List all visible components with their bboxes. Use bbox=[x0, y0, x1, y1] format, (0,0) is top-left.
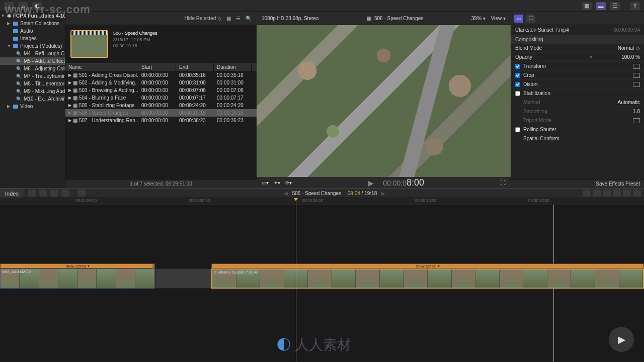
blend-mode-row[interactable]: Blend Mode Normal◇ bbox=[511, 44, 644, 53]
append-clip-button[interactable] bbox=[50, 190, 58, 197]
fullscreen-button[interactable]: ⛶ bbox=[501, 180, 506, 186]
skimming-button[interactable] bbox=[583, 190, 591, 197]
transitions-browser-button[interactable] bbox=[633, 190, 641, 197]
sidebar-item[interactable]: 🔍M4 - Refi...ough Cut bbox=[0, 50, 65, 57]
sidebar-item[interactable]: 🔍M7 - Tra...eyframing bbox=[0, 72, 65, 80]
clip-row[interactable]: ▶ ▦ 505 - Stabilizing Footage00:00:00:00… bbox=[65, 102, 257, 109]
gap-clip[interactable] bbox=[155, 268, 211, 289]
distort-check[interactable] bbox=[515, 82, 520, 87]
audio-skimming-button[interactable] bbox=[593, 190, 601, 197]
clip-row[interactable]: ▶ ▦ 501 - Adding Cross Dissol...00:00:00… bbox=[65, 71, 257, 79]
share-button[interactable]: ⇪ bbox=[630, 2, 640, 10]
connect-clip-button[interactable] bbox=[28, 190, 36, 197]
col-duration[interactable]: Duration bbox=[214, 63, 252, 71]
viewer-timecode: ▶ 00:00:08:00 bbox=[297, 177, 496, 188]
sidebar-item[interactable]: 🔍M10 - Ex...Archiving bbox=[0, 95, 65, 103]
save-effects-preset-button[interactable]: Save Effects Preset bbox=[511, 179, 644, 188]
clip-row[interactable]: ▶ ▦ 506 - Speed Changes00:00:00:0000:00:… bbox=[65, 109, 257, 117]
sidebar-item[interactable]: 🔍M5 - Add...d Effects bbox=[0, 57, 65, 65]
import-button[interactable]: ↓ bbox=[4, 2, 14, 10]
timeline-ruler[interactable]: 00:00:04:00 00:00:06:00 00:00:08:00 00:0… bbox=[0, 198, 644, 205]
sidebar-item[interactable]: ▶Smart Collections bbox=[0, 20, 65, 27]
group-button[interactable]: ▦ bbox=[226, 16, 231, 21]
arrow-tool-dropdown[interactable] bbox=[77, 190, 86, 197]
smoothing-row: Smoothing 1.0 bbox=[511, 107, 644, 116]
speed-bar-2[interactable]: Slow (25%) ▾ bbox=[211, 263, 644, 268]
project-icon: ▦ bbox=[367, 16, 371, 21]
stabilization-check[interactable] bbox=[515, 91, 520, 96]
crop-row[interactable]: Crop bbox=[511, 71, 644, 80]
solo-button[interactable] bbox=[603, 190, 611, 197]
clip-row[interactable]: ▶ ▦ 504 - Blurring a Face00:00:00:0000:0… bbox=[65, 94, 257, 102]
clip-table-header: Name Start End Duration bbox=[65, 63, 257, 71]
inspector-clip-name: Clarkston Sunset 7.mp4 bbox=[515, 27, 569, 33]
spatial-conform-row[interactable]: Spatial Conform bbox=[511, 134, 644, 143]
opacity-row[interactable]: Opacity ▾ 100.0 % bbox=[511, 53, 644, 62]
inspector-panel: ▭ ⓘ Clarkston Sunset 7.mp4 00:00:09:04 C… bbox=[511, 12, 644, 188]
bg-tasks-button[interactable]: ◐ bbox=[32, 2, 42, 10]
timeline-total-time: / 19:18 bbox=[362, 191, 377, 196]
method-row: Method Automatic bbox=[511, 98, 644, 107]
clip-row[interactable]: ▶ ▦ 503 - Browsing & Adding...00:00:00:0… bbox=[65, 86, 257, 94]
viewer-canvas[interactable] bbox=[257, 25, 511, 177]
view-dropdown[interactable]: View ▾ bbox=[491, 16, 506, 21]
rolling-shutter-check[interactable] bbox=[515, 127, 520, 132]
transform-check[interactable] bbox=[515, 64, 520, 69]
browser-status: 1 of 7 selected, 06:29:51:00 bbox=[65, 179, 257, 188]
info-inspector-tab[interactable]: ⓘ bbox=[526, 15, 535, 23]
sidebar-item[interactable]: 🔍M9 - Mixi...ing Audio bbox=[0, 87, 65, 95]
sidebar-item[interactable]: 🔍M6 - Adjusting Color bbox=[0, 65, 65, 72]
sidebar-item[interactable]: Images bbox=[0, 35, 65, 42]
distort-icon[interactable] bbox=[633, 82, 640, 87]
video-inspector-tab[interactable]: ▭ bbox=[514, 15, 523, 23]
distort-row[interactable]: Distort bbox=[511, 80, 644, 89]
stabilization-row[interactable]: Stabilization bbox=[511, 89, 644, 98]
layout-timeline-button[interactable]: ▬ bbox=[596, 2, 606, 10]
compositing-header: Compositing bbox=[511, 35, 644, 44]
timeline-history-fwd[interactable]: ▶ bbox=[381, 191, 385, 196]
clip-row[interactable]: ▶ ▦ 507 - Understanding Ren...00:00:00:0… bbox=[65, 117, 257, 124]
col-name[interactable]: Name bbox=[65, 63, 138, 71]
layout-inspector-button[interactable]: ☰ bbox=[610, 2, 620, 10]
insert-clip-button[interactable] bbox=[39, 190, 47, 197]
snapping-button[interactable] bbox=[613, 190, 621, 197]
crop-check[interactable] bbox=[515, 73, 520, 78]
col-start[interactable]: Start bbox=[138, 63, 176, 71]
transform-icon[interactable] bbox=[633, 64, 640, 69]
sidebar-item[interactable]: Audio bbox=[0, 27, 65, 35]
transform-tool-dropdown[interactable]: ▭▾ bbox=[262, 180, 269, 186]
viewer-title: 506 - Speed Changes bbox=[374, 16, 423, 21]
play-button[interactable]: ▶ bbox=[368, 179, 374, 187]
layout-browser-button[interactable]: ▦ bbox=[582, 2, 592, 10]
library-root[interactable]: ▼ ✱ FCPX Fun...dules 4-10) bbox=[0, 12, 65, 20]
viewer-panel: 1080p HD 23.98p, Stereo ▦ 506 - Speed Ch… bbox=[257, 12, 511, 188]
rolling-shutter-row[interactable]: Rolling Shutter bbox=[511, 125, 644, 134]
timeline[interactable]: 00:00:04:00 00:00:06:00 00:00:08:00 00:0… bbox=[0, 198, 644, 362]
playhead[interactable] bbox=[296, 198, 296, 362]
retime-dropdown[interactable]: ⟳▾ bbox=[285, 180, 292, 186]
timeline-current-time: 09:04 bbox=[348, 191, 360, 196]
clip-row[interactable]: ▶ ▦ 502 - Adding & Modifying...00:00:00:… bbox=[65, 79, 257, 86]
timeline-history-back[interactable]: ◀ bbox=[284, 191, 288, 196]
timeline-clip-2[interactable]: Slow (25%) ▾ Clarkston Sunset 7.mp4 bbox=[211, 263, 644, 289]
col-end[interactable]: End bbox=[176, 63, 214, 71]
project-thumbnail[interactable] bbox=[70, 30, 108, 58]
effects-browser-button[interactable] bbox=[623, 190, 631, 197]
crop-icon[interactable] bbox=[633, 73, 640, 78]
transform-row[interactable]: Transform bbox=[511, 62, 644, 71]
tripod-row: Tripod Mode bbox=[511, 116, 644, 125]
timeline-clip-1[interactable]: Slow (25%) ▾ IMG_0406.MOV bbox=[0, 263, 155, 289]
keyword-button[interactable]: ⌕ bbox=[18, 2, 28, 10]
timeline-header: Index ◀ 506 - Speed Changes 09:04 / 19:1… bbox=[0, 188, 644, 198]
sidebar-item[interactable]: ▼Projects (Modules) bbox=[0, 42, 65, 50]
overwrite-clip-button[interactable] bbox=[61, 190, 69, 197]
timeline-index-button[interactable]: Index bbox=[0, 189, 24, 198]
sidebar-item[interactable]: ▶Video bbox=[0, 103, 65, 110]
zoom-dropdown[interactable]: 39% ▾ bbox=[471, 16, 486, 21]
speed-bar-1[interactable]: Slow (25%) ▾ bbox=[0, 263, 155, 268]
enhance-dropdown[interactable]: ✦▾ bbox=[274, 180, 280, 186]
search-icon[interactable]: 🔍 bbox=[246, 16, 252, 21]
sidebar-item[interactable]: 🔍M8 - Titl...enerators bbox=[0, 80, 65, 87]
hide-rejected-dropdown[interactable]: Hide Rejected ◇ bbox=[184, 16, 221, 21]
list-view-button[interactable]: ☰ bbox=[236, 16, 240, 21]
